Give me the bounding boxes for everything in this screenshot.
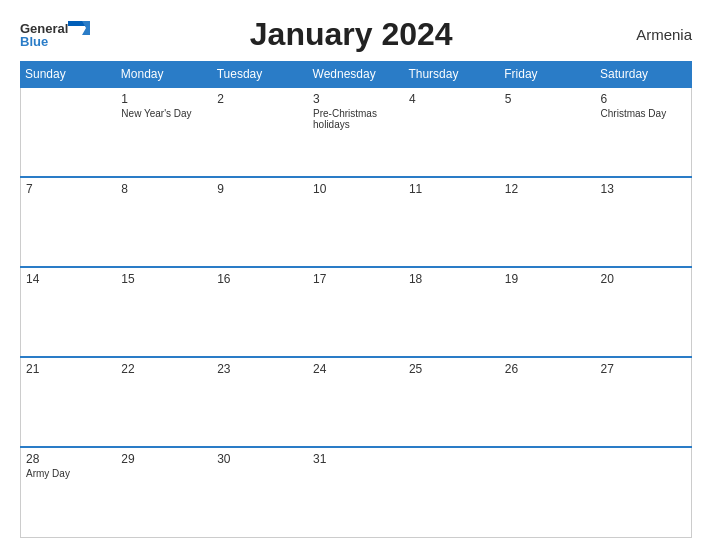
day-number: 17 xyxy=(313,272,399,286)
calendar-day-cell: 26 xyxy=(500,357,596,447)
day-number: 18 xyxy=(409,272,495,286)
day-number: 29 xyxy=(121,452,207,466)
holiday-label: Army Day xyxy=(26,468,111,479)
calendar-week-row: 21222324252627 xyxy=(21,357,692,447)
holiday-label: Pre-Christmas holidays xyxy=(313,108,399,130)
calendar-day-cell: 8 xyxy=(116,177,212,267)
calendar-day-cell: 17 xyxy=(308,267,404,357)
logo-general-text: General xyxy=(20,22,68,35)
calendar-week-row: 1New Year's Day23Pre-Christmas holidays4… xyxy=(21,87,692,177)
calendar-table: Sunday Monday Tuesday Wednesday Thursday… xyxy=(20,61,692,538)
calendar-day-cell: 16 xyxy=(212,267,308,357)
day-number: 10 xyxy=(313,182,399,196)
calendar-day-cell: 14 xyxy=(21,267,117,357)
calendar-day-cell: 9 xyxy=(212,177,308,267)
calendar-day-cell: 6Christmas Day xyxy=(596,87,692,177)
calendar-day-cell: 3Pre-Christmas holidays xyxy=(308,87,404,177)
calendar-day-cell: 20 xyxy=(596,267,692,357)
day-number: 14 xyxy=(26,272,111,286)
day-number: 26 xyxy=(505,362,591,376)
day-number: 24 xyxy=(313,362,399,376)
calendar-day-cell xyxy=(21,87,117,177)
country-label: Armenia xyxy=(612,26,692,43)
calendar-day-cell: 22 xyxy=(116,357,212,447)
calendar-body: 1New Year's Day23Pre-Christmas holidays4… xyxy=(21,87,692,538)
calendar-day-cell: 23 xyxy=(212,357,308,447)
calendar-day-cell: 19 xyxy=(500,267,596,357)
day-number: 15 xyxy=(121,272,207,286)
col-friday: Friday xyxy=(500,62,596,88)
day-number: 5 xyxy=(505,92,591,106)
day-number: 8 xyxy=(121,182,207,196)
col-tuesday: Tuesday xyxy=(212,62,308,88)
holiday-label: New Year's Day xyxy=(121,108,207,119)
calendar-day-cell: 1New Year's Day xyxy=(116,87,212,177)
calendar-day-cell: 13 xyxy=(596,177,692,267)
day-number: 9 xyxy=(217,182,303,196)
calendar-day-cell: 24 xyxy=(308,357,404,447)
calendar-day-cell xyxy=(500,447,596,537)
day-number: 23 xyxy=(217,362,303,376)
day-number: 3 xyxy=(313,92,399,106)
calendar-day-cell: 25 xyxy=(404,357,500,447)
calendar-day-cell: 10 xyxy=(308,177,404,267)
calendar-day-cell: 29 xyxy=(116,447,212,537)
calendar-day-cell: 12 xyxy=(500,177,596,267)
calendar-day-cell: 21 xyxy=(21,357,117,447)
calendar-day-cell: 15 xyxy=(116,267,212,357)
day-number: 11 xyxy=(409,182,495,196)
calendar-day-cell: 2 xyxy=(212,87,308,177)
holiday-label: Christmas Day xyxy=(601,108,686,119)
day-number: 19 xyxy=(505,272,591,286)
page: General Blue January 2024 Armenia Sunday… xyxy=(0,0,712,550)
logo-blue-text: Blue xyxy=(20,35,90,48)
day-number: 13 xyxy=(601,182,686,196)
calendar-day-cell: 7 xyxy=(21,177,117,267)
col-sunday: Sunday xyxy=(21,62,117,88)
day-number: 20 xyxy=(601,272,686,286)
header: General Blue January 2024 Armenia xyxy=(20,16,692,53)
day-number: 31 xyxy=(313,452,399,466)
day-number: 7 xyxy=(26,182,111,196)
logo: General Blue xyxy=(20,21,90,48)
calendar-day-cell: 18 xyxy=(404,267,500,357)
day-number: 2 xyxy=(217,92,303,106)
calendar-week-row: 14151617181920 xyxy=(21,267,692,357)
calendar-day-cell xyxy=(596,447,692,537)
calendar-day-cell: 5 xyxy=(500,87,596,177)
day-number: 4 xyxy=(409,92,495,106)
calendar-week-row: 78910111213 xyxy=(21,177,692,267)
col-thursday: Thursday xyxy=(404,62,500,88)
day-number: 1 xyxy=(121,92,207,106)
day-number: 16 xyxy=(217,272,303,286)
calendar-day-cell: 11 xyxy=(404,177,500,267)
day-number: 30 xyxy=(217,452,303,466)
calendar-header: Sunday Monday Tuesday Wednesday Thursday… xyxy=(21,62,692,88)
day-number: 27 xyxy=(601,362,686,376)
calendar-day-cell: 27 xyxy=(596,357,692,447)
logo-flag-icon xyxy=(68,21,90,35)
calendar-title: January 2024 xyxy=(90,16,612,53)
calendar-day-cell xyxy=(404,447,500,537)
calendar-week-row: 28Army Day293031 xyxy=(21,447,692,537)
calendar-day-cell: 4 xyxy=(404,87,500,177)
days-of-week-row: Sunday Monday Tuesday Wednesday Thursday… xyxy=(21,62,692,88)
col-monday: Monday xyxy=(116,62,212,88)
day-number: 6 xyxy=(601,92,686,106)
day-number: 28 xyxy=(26,452,111,466)
calendar-day-cell: 28Army Day xyxy=(21,447,117,537)
day-number: 25 xyxy=(409,362,495,376)
day-number: 12 xyxy=(505,182,591,196)
day-number: 21 xyxy=(26,362,111,376)
day-number: 22 xyxy=(121,362,207,376)
calendar-day-cell: 31 xyxy=(308,447,404,537)
col-saturday: Saturday xyxy=(596,62,692,88)
calendar-day-cell: 30 xyxy=(212,447,308,537)
col-wednesday: Wednesday xyxy=(308,62,404,88)
